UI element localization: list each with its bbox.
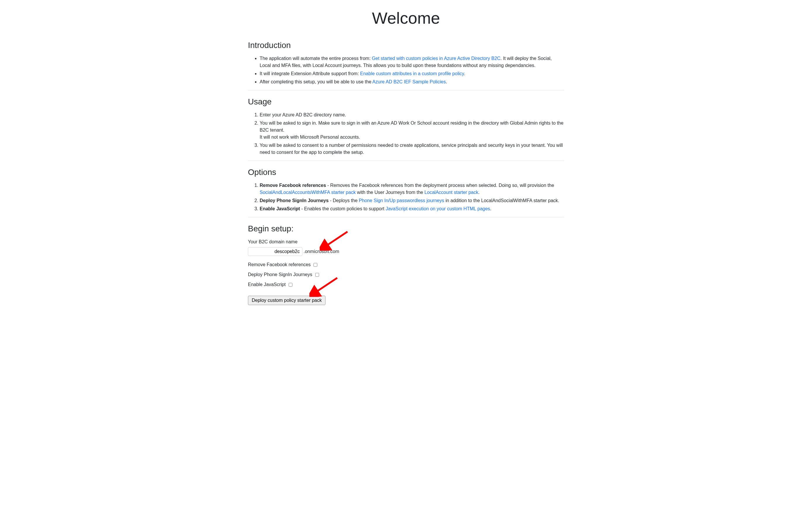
divider (248, 90, 564, 90)
option-link-js-pages[interactable]: JavaScript execution on your custom HTML… (386, 206, 490, 211)
options-list: Remove Facebook references - Removes the… (248, 182, 564, 212)
introduction-list: The application will automate the entire… (248, 55, 564, 85)
usage-item-3: You will be asked to consent to a number… (260, 142, 564, 156)
intro-item-1-pre: The application will automate the entire… (260, 56, 372, 61)
intro-item-1: The application will automate the entire… (260, 55, 564, 69)
option-deploy-phone-bold: Deploy Phone SignIn Journeys (260, 198, 329, 203)
divider (248, 161, 564, 161)
deploy-button[interactable]: Deploy custom policy starter pack (248, 296, 325, 305)
domain-suffix: .onmicrosoft.com (303, 248, 339, 255)
intro-item-3-pre: After completing this setup, you will be… (260, 79, 372, 84)
option-link-phone-journeys[interactable]: Phone Sign In/Up passwordless journeys (359, 198, 444, 203)
introduction-heading: Introduction (248, 39, 564, 52)
intro-item-3-post: . (446, 79, 447, 84)
option-enable-js: Enable JavaScript - Enables the custom p… (260, 205, 564, 212)
option-deploy-phone-t2: in addition to the LocalAndSocialWithMFA… (444, 198, 559, 203)
begin-setup-heading: Begin setup: (248, 222, 564, 235)
checkbox-enable-js[interactable] (289, 283, 293, 287)
option-enable-js-t2: . (490, 206, 491, 211)
divider (248, 217, 564, 217)
page-title: Welcome (248, 6, 564, 31)
intro-link-custom-policies[interactable]: Get started with custom policies in Azur… (372, 56, 500, 61)
option-remove-fb-t3: . (478, 190, 479, 195)
option-remove-fb-t2: with the User Journeys from the (356, 190, 424, 195)
usage-item-2: You will be asked to sign in. Make sure … (260, 120, 564, 141)
b2c-domain-input[interactable] (248, 247, 302, 256)
checkbox-deploy-phone[interactable] (315, 273, 319, 277)
domain-label: Your B2C domain name (248, 238, 564, 246)
intro-link-ief-samples[interactable]: Azure AD B2C IEF Sample Policies (372, 79, 446, 84)
intro-item-2: It will integrate Extension Attribute su… (260, 70, 564, 77)
option-enable-js-bold: Enable JavaScript (260, 206, 300, 211)
checkbox-remove-fb[interactable] (314, 263, 317, 267)
intro-item-2-pre: It will integrate Extension Attribute su… (260, 71, 360, 76)
option-deploy-phone: Deploy Phone SignIn Journeys - Deploys t… (260, 197, 564, 204)
usage-heading: Usage (248, 96, 564, 108)
option-deploy-phone-t1: - Deploys the (329, 198, 359, 203)
intro-item-3: After completing this setup, you will be… (260, 78, 564, 85)
intro-link-custom-attributes[interactable]: Enable custom attributes in a custom pro… (360, 71, 464, 76)
options-heading: Options (248, 166, 564, 178)
option-remove-fb-t1: - Removes the Facebook references from t… (326, 183, 554, 188)
option-link-localaccount-pack[interactable]: LocalAccount starter pack (424, 190, 478, 195)
option-remove-fb: Remove Facebook references - Removes the… (260, 182, 564, 196)
option-remove-fb-bold: Remove Facebook references (260, 183, 326, 188)
usage-list: Enter your Azure AD B2C directory name. … (248, 111, 564, 156)
checkbox-label-enable-js: Enable JavaScript (248, 281, 286, 288)
usage-item-1: Enter your Azure AD B2C directory name. (260, 111, 564, 119)
checkbox-label-remove-fb: Remove Facebook references (248, 261, 311, 268)
option-link-social-mfa-pack[interactable]: SocialAndLocalAccountsWithMFA starter pa… (260, 190, 356, 195)
checkbox-label-deploy-phone: Deploy Phone SignIn Journeys (248, 271, 312, 278)
option-enable-js-t1: - Enables the custom policies to support (300, 206, 386, 211)
intro-item-2-post: . (464, 71, 465, 76)
